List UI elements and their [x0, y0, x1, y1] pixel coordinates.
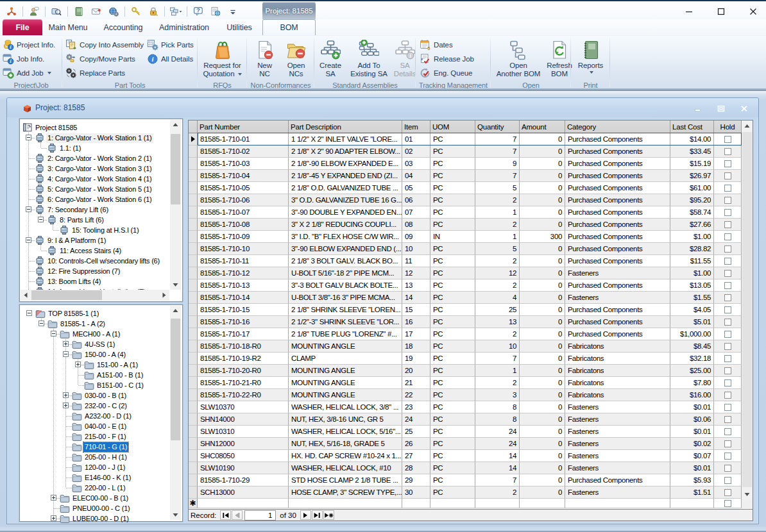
row-selector[interactable] — [189, 316, 198, 328]
cell-part-number[interactable]: 81585-1-710-04 — [198, 170, 289, 182]
cell-quantity[interactable]: 8 — [475, 401, 520, 413]
cell-quantity[interactable]: 5 — [475, 182, 520, 194]
hold-checkbox[interactable] — [724, 270, 731, 277]
window-minimize-button[interactable] — [680, 4, 698, 19]
cell-part-number[interactable]: SLW10190 — [198, 462, 289, 474]
cell-item[interactable]: 09 — [402, 231, 430, 243]
mail-icon[interactable] — [89, 4, 104, 19]
cell-part-description[interactable]: WASHER, HELICAL LOCK, 3/8" ... — [289, 401, 402, 413]
cell-part-description[interactable]: MOUNTING ANGLE — [289, 340, 402, 353]
cell-part-description[interactable]: 3" O.D. GALVANIZED TUBE 16 G... — [289, 194, 402, 206]
cell-last-cost[interactable]: $16.00 — [670, 389, 714, 401]
row-selector[interactable] — [189, 377, 198, 389]
tree-item[interactable]: MECH00 - A (1) — [71, 329, 121, 339]
new-record-cell[interactable] — [198, 499, 289, 508]
cell-category[interactable]: Purchased Components — [565, 145, 670, 158]
cell-category[interactable]: Fasteners — [565, 462, 670, 474]
hold-checkbox[interactable] — [724, 489, 731, 496]
cell-category[interactable]: Purchased Components — [565, 219, 670, 231]
cell-category[interactable]: Purchased Components — [565, 243, 670, 255]
cell-quantity[interactable]: 2 — [475, 328, 520, 340]
hold-checkbox[interactable] — [724, 197, 731, 204]
cell-part-number[interactable]: 81585-1-710-21-R0 — [198, 377, 289, 389]
tab-main-menu[interactable]: Main Menu — [45, 19, 91, 35]
row-selector[interactable] — [189, 304, 198, 316]
cell-part-description[interactable]: WASHER, HELICAL LOCK, #10 — [289, 462, 402, 474]
cell-amount[interactable]: 0 — [520, 401, 565, 413]
cell-amount[interactable]: 0 — [520, 145, 565, 158]
search-icon[interactable] — [49, 4, 64, 19]
hold-checkbox[interactable] — [724, 221, 731, 228]
hold-checkbox[interactable] — [724, 392, 731, 399]
row-selector[interactable] — [189, 426, 198, 438]
new-record-cell[interactable] — [289, 499, 402, 508]
cell-uom[interactable]: PC — [430, 243, 475, 255]
cell-quantity[interactable]: 25 — [475, 304, 520, 316]
new-record-cell[interactable] — [565, 499, 670, 508]
cell-amount[interactable]: 0 — [520, 279, 565, 292]
tree-item[interactable]: 11: Access Stairs (4) — [58, 246, 123, 256]
row-selector[interactable] — [189, 194, 198, 206]
cell-amount[interactable]: 0 — [520, 389, 565, 401]
tree-expander-minus[interactable] — [63, 351, 69, 357]
cell-part-number[interactable]: SHN12000 — [198, 438, 289, 450]
cell-part-number[interactable]: 81585-1-710-05 — [198, 182, 289, 194]
hold-checkbox[interactable] — [724, 404, 731, 411]
cell-part-number[interactable]: 81585-1-710-07 — [198, 206, 289, 219]
next-record-button[interactable] — [300, 510, 311, 520]
cell-category[interactable]: Purchased Components — [565, 182, 670, 194]
cell-part-description[interactable]: 3" I.D. "B" FLEX HOSE C/W WIR... — [289, 231, 402, 243]
grid-vertical-scrollbar[interactable] — [742, 121, 753, 499]
ribbon-button-copy-into-assembly[interactable]: Copy Into Assembly — [65, 38, 146, 51]
tree-expander-plus[interactable] — [51, 515, 56, 521]
tree-item[interactable]: B151-00 - C (1) — [96, 381, 145, 390]
cell-item[interactable]: 03 — [402, 158, 430, 170]
cell-last-cost[interactable]: $58.74 — [670, 206, 714, 219]
hold-checkbox[interactable] — [724, 306, 731, 313]
child-window-restore-button[interactable] — [716, 104, 726, 113]
child-window-close-button[interactable] — [739, 104, 749, 113]
cell-category[interactable]: Fasteners — [565, 292, 670, 304]
cell-part-number[interactable]: 81585-1-710-19-R2 — [198, 353, 289, 365]
row-selector[interactable] — [189, 267, 198, 279]
cell-quantity[interactable]: 2 — [475, 219, 520, 231]
cell-part-description[interactable]: 3" X 2 1/8" REDUCING COUPLI... — [289, 219, 402, 231]
cell-part-description[interactable]: 3"-3 BOLT GALV BLACK BOLTE... — [289, 279, 402, 292]
cell-uom[interactable]: PC — [430, 462, 475, 474]
cell-part-number[interactable]: 81585-1-710-15 — [198, 304, 289, 316]
cell-category[interactable]: Fasteners — [565, 426, 670, 438]
cell-last-cost[interactable]: $13.05 — [670, 279, 714, 292]
cell-part-description[interactable]: 3"-90 ELBOW EXPANDED END (... — [289, 243, 402, 255]
cell-item[interactable]: 26 — [402, 438, 430, 450]
previous-record-button[interactable] — [232, 510, 243, 520]
cell-last-cost[interactable]: $0.01 — [670, 401, 714, 413]
cell-quantity[interactable]: 12 — [475, 267, 520, 279]
cell-category[interactable]: Fasteners — [565, 450, 670, 462]
row-selector[interactable] — [189, 243, 198, 255]
child-window-minimize-button[interactable] — [693, 104, 703, 113]
ribbon-button-eng-queue[interactable]: Eng. Queue — [420, 66, 491, 79]
cell-category[interactable]: Purchased Components — [565, 316, 670, 328]
cell-amount[interactable]: 0 — [520, 255, 565, 267]
qat-dropdown-icon[interactable] — [225, 4, 241, 19]
row-selector[interactable] — [189, 401, 198, 413]
ribbon-button-open-another-bom[interactable]: OpenAnother BOM — [492, 37, 545, 78]
cell-item[interactable]: 10 — [402, 243, 430, 255]
cell-item[interactable]: 24 — [402, 413, 430, 426]
hold-checkbox[interactable] — [724, 258, 731, 265]
tree-item[interactable]: 150-00 - A (4) — [83, 350, 127, 360]
cell-uom[interactable]: PC — [430, 170, 475, 182]
scroll-up-arrow[interactable] — [170, 120, 181, 130]
cell-uom[interactable]: PC — [430, 219, 475, 231]
cell-category[interactable]: Purchased Components — [565, 206, 670, 219]
new-record-cell[interactable] — [670, 499, 714, 508]
cell-quantity[interactable]: 7 — [475, 145, 520, 158]
row-selector[interactable] — [189, 145, 198, 158]
ribbon-button-release-job[interactable]: Release Job — [420, 52, 491, 65]
cell-part-description[interactable]: 2 1/8" SHRINK SLEEVE "LOREN... — [289, 304, 402, 316]
cell-category[interactable]: Fabricatons — [565, 389, 670, 401]
cell-part-description[interactable]: 2 1/8" 3 BOLT GALV. BLACK BO... — [289, 255, 402, 267]
ribbon-button-new-nc[interactable]: NewNC — [250, 37, 280, 78]
cell-part-number[interactable]: 81585-1-710-20-R0 — [198, 365, 289, 377]
hold-checkbox[interactable] — [724, 136, 731, 143]
